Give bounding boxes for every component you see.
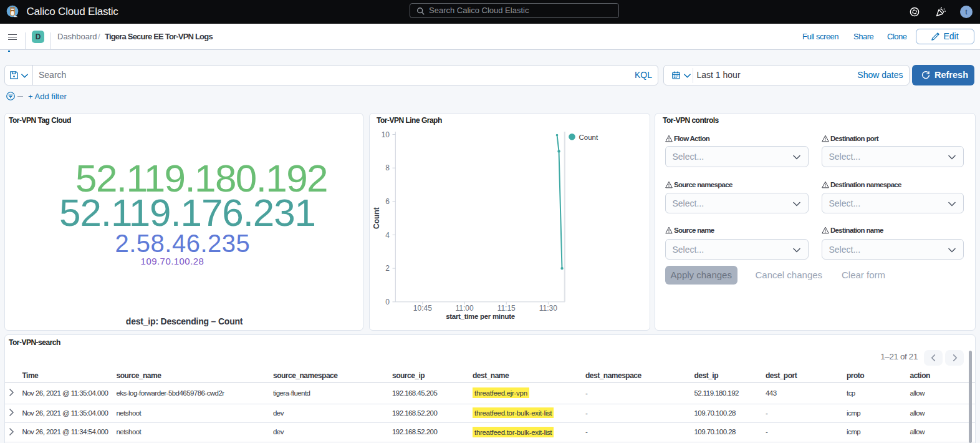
- svg-text:6: 6: [385, 197, 390, 206]
- svg-text:0: 0: [385, 298, 390, 306]
- svg-text:10:45: 10:45: [413, 304, 431, 313]
- svg-text:2: 2: [385, 264, 390, 273]
- svg-text:start_time per minute: start_time per minute: [446, 313, 515, 320]
- svg-text:Count: Count: [579, 134, 598, 141]
- svg-text:10: 10: [381, 130, 390, 139]
- svg-text:11:30: 11:30: [539, 304, 557, 313]
- svg-text:4: 4: [385, 231, 390, 240]
- svg-text:11:15: 11:15: [497, 304, 515, 313]
- svg-text:Count: Count: [372, 207, 381, 229]
- svg-text:11:00: 11:00: [455, 304, 473, 313]
- svg-text:8: 8: [385, 163, 390, 172]
